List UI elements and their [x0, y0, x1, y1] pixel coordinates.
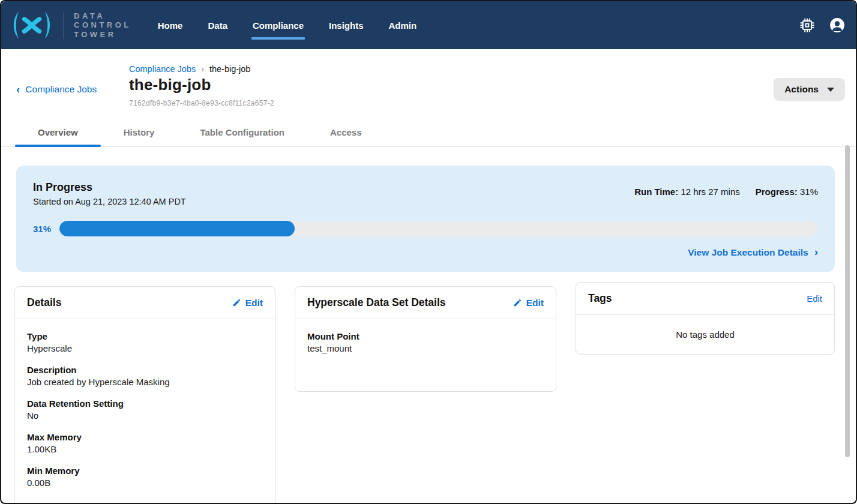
pencil-icon [232, 298, 241, 307]
nav-item-insights[interactable]: Insights [329, 17, 364, 34]
nav-item-data[interactable]: Data [208, 17, 227, 34]
tab-overview[interactable]: Overview [15, 121, 101, 146]
tags-card: Tags Edit No tags added [576, 282, 835, 355]
tabbar: Overview History Table Configuration Acc… [1, 121, 856, 147]
hyperscale-card-title: Hyperscale Data Set Details [307, 296, 446, 309]
field-value: 1.00KB [27, 444, 263, 454]
field-label: Mount Point [307, 331, 544, 341]
tab-history[interactable]: History [101, 121, 178, 146]
progress-bar-track [59, 221, 818, 236]
chevron-right-icon: › [814, 245, 818, 259]
field-min-memory: Min Memory 0.00B [27, 466, 263, 488]
dct-logo-icon [10, 10, 54, 40]
chevron-down-icon [827, 88, 834, 92]
field-value: Job created by Hyperscale Masking [27, 377, 263, 387]
field-value: No [27, 410, 263, 421]
details-card-title: Details [27, 296, 61, 309]
pencil-icon [513, 298, 522, 307]
exec-link-label: View Job Execution Details [688, 247, 808, 258]
breadcrumb-parent-link[interactable]: Compliance Jobs [129, 64, 196, 74]
field-label: Max Memory [27, 432, 263, 442]
title-block: Compliance Jobs › the-big-job the-big-jo… [129, 64, 274, 107]
view-job-execution-details-link[interactable]: View Job Execution Details › [688, 247, 818, 259]
status-block: In Progress Started on Aug 21, 2023 12:4… [33, 181, 186, 206]
brand-logo: DATA CONTROL TOWER [10, 10, 131, 40]
vertical-scrollbar[interactable] [845, 145, 850, 457]
field-label: Data Retention Setting [27, 398, 263, 409]
progress-bar-label: 31% [33, 224, 59, 234]
tab-table-configuration[interactable]: Table Configuration [177, 121, 307, 146]
field-value: 0.00B [27, 478, 263, 488]
breadcrumb-separator-icon: › [201, 64, 204, 74]
details-edit-label: Edit [245, 298, 263, 308]
progress-value: 31% [800, 187, 818, 197]
details-card: Details Edit Type Hyperscale Description… [14, 286, 275, 504]
progress-label: Progress: [756, 187, 798, 197]
field-label: Description [27, 365, 263, 375]
details-edit-button[interactable]: Edit [232, 298, 263, 308]
status-banner: In Progress Started on Aug 21, 2023 12:4… [16, 166, 835, 272]
field-value: test_mount [307, 343, 544, 353]
field-label: Type [27, 331, 263, 341]
cards-row: Details Edit Type Hyperscale Description… [1, 286, 856, 504]
brand-divider [64, 11, 64, 39]
main-nav: Home Data Compliance Insights Admin [158, 17, 416, 34]
tags-edit-button[interactable]: Edit [807, 293, 822, 304]
back-link[interactable]: ‹ Compliance Jobs [16, 84, 97, 95]
progress-fill [59, 221, 295, 236]
progress-row: 31% [33, 221, 818, 236]
actions-button[interactable]: Actions [774, 78, 845, 101]
hyperscale-edit-button[interactable]: Edit [513, 298, 544, 308]
page-title: the-big-job [129, 76, 274, 94]
overview-content: In Progress Started on Aug 21, 2023 12:4… [1, 166, 856, 504]
account-icon[interactable] [829, 17, 845, 33]
nav-item-admin[interactable]: Admin [389, 17, 417, 34]
progress-stat: Progress: 31% [756, 187, 818, 197]
field-data-retention: Data Retention Setting No [27, 398, 263, 421]
job-id: 7162dfb9-b3e7-4ba0-8e93-cc8f11c2a657-2 [129, 99, 274, 107]
run-time-stat: Run Time: 12 hrs 27 mins [634, 187, 740, 197]
field-mount-point: Mount Point test_mount [307, 331, 544, 353]
hyperscale-dataset-card: Hyperscale Data Set Details Edit Mount P… [295, 286, 556, 392]
nav-item-home[interactable]: Home [158, 17, 183, 34]
run-time-label: Run Time: [634, 187, 678, 197]
status-started-text: Started on Aug 21, 2023 12:40 AM PDT [33, 197, 186, 206]
field-type: Type Hyperscale [27, 331, 263, 353]
banner-stats: Run Time: 12 hrs 27 mins Progress: 31% [634, 181, 818, 197]
hyperscale-edit-label: Edit [526, 298, 544, 308]
tab-access[interactable]: Access [307, 121, 385, 146]
status-title: In Progress [33, 181, 186, 194]
tags-card-title: Tags [588, 292, 612, 305]
navbar-right [799, 17, 845, 33]
breadcrumb: Compliance Jobs › the-big-job [129, 64, 274, 74]
field-label: Min Memory [27, 466, 263, 476]
back-link-label: Compliance Jobs [25, 84, 97, 95]
field-value: Hyperscale [27, 343, 263, 353]
field-description: Description Job created by Hyperscale Ma… [27, 365, 263, 387]
brand-text: DATA CONTROL TOWER [74, 11, 131, 40]
page-header: ‹ Compliance Jobs Compliance Jobs › the-… [1, 49, 856, 121]
run-time-value: 12 hrs 27 mins [681, 187, 739, 197]
back-chevron-icon: ‹ [16, 83, 20, 95]
actions-button-label: Actions [784, 84, 819, 95]
field-max-memory: Max Memory 1.00KB [27, 432, 263, 454]
nav-item-compliance[interactable]: Compliance [253, 17, 304, 34]
tags-empty-text: No tags added [576, 315, 834, 354]
app-window: DATA CONTROL TOWER Home Data Compliance … [0, 0, 857, 504]
top-navbar: DATA CONTROL TOWER Home Data Compliance … [1, 1, 856, 49]
breadcrumb-current: the-big-job [209, 64, 251, 74]
chip-icon[interactable] [799, 17, 815, 33]
